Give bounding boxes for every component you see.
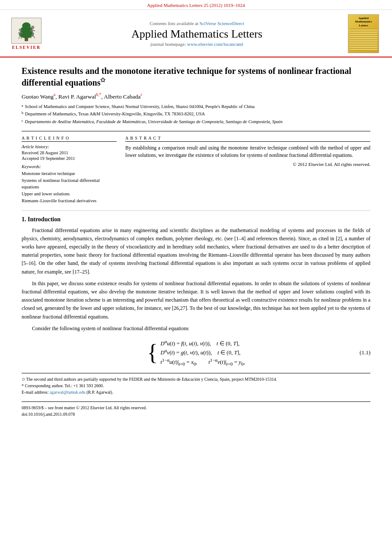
bottom-bar: 0893-9659/$ – see front matter © 2012 El… [22, 401, 370, 417]
journal-cover-thumbnail: AppliedMathematicsLetters [348, 14, 379, 53]
footnotes-area: ✩ The second and third authors are parti… [22, 373, 370, 395]
star-footnote: ✩ The second and third authors are parti… [22, 376, 370, 382]
keywords-list: Monotone iterative technique Systems of … [22, 170, 117, 204]
header-divider [22, 131, 370, 131]
equation-lines: Dαu(t) = f(t, u(t), v(t)), t ∈ (0, T], D… [160, 339, 245, 366]
email-label: E-mail address: [22, 390, 48, 395]
authors-line: Guotao Wanga, Ravi P. Agarwalb,*, Albert… [22, 92, 370, 100]
email-footnote: E-mail address: agarwal@tamuk.edu (R.P. … [22, 389, 370, 395]
section-title: Introduction [28, 216, 61, 223]
email-link[interactable]: agarwal@tamuk.edu [50, 390, 86, 395]
abstract-heading: A B S T R A C T [125, 136, 370, 142]
journal-header: ELSEVIER Contents lists available at Sci… [0, 10, 392, 57]
journal-homepage: journal homepage: www.elsevier.com/locat… [53, 41, 341, 47]
intro-paragraph-1: Fractional differential equations arise … [22, 226, 370, 276]
eq-line-1: Dαu(t) = f(t, u(t), v(t)), t ∈ (0, T], [160, 339, 245, 347]
section-divider [22, 210, 370, 211]
keywords-label: Keywords: [22, 164, 117, 169]
article-info-column: A R T I C L E I N F O Article history: R… [22, 136, 117, 204]
issn-line: 0893-9659/$ – see front matter © 2012 El… [22, 404, 370, 411]
contents-available: Contents lists available at SciVerse Sci… [53, 21, 341, 26]
keyword-4: Riemann–Liouville fractional derivatives [22, 197, 117, 204]
elsevier-tree-image [11, 18, 41, 44]
title-footnote-mark: ✩ [100, 77, 105, 83]
affiliations: a School of Mathematics and Computer Sci… [22, 103, 370, 126]
abstract-text: By establishing a comparison result and … [125, 144, 370, 159]
intro-paragraph-2: In this paper, we discuss some existence… [22, 280, 370, 321]
received-date: Received 28 August 2011 [22, 150, 117, 155]
affiliation-a: a School of Mathematics and Computer Sci… [22, 103, 370, 111]
equation-number: (1.1) [360, 349, 370, 356]
top-bar: Applied Mathematics Letters 25 (2012) 10… [0, 0, 392, 10]
corresponding-footnote: * Corresponding author. Tel.: +1 361 593… [22, 382, 370, 389]
journal-title: Applied Mathematics Letters [53, 28, 341, 41]
elsevier-logo: ELSEVIER [7, 18, 46, 50]
copyright-line: © 2012 Elsevier Ltd. All rights reserved… [125, 162, 370, 167]
article-info-abstract: A R T I C L E I N F O Article history: R… [22, 136, 370, 204]
eq-line-2: Dαv(t) = g(t, v(t), u(t)), t ∈ (0, T], [160, 348, 245, 356]
intro-paragraph-3-start: Consider the following system of nonline… [22, 325, 370, 333]
journal-reference: Applied Mathematics Letters 25 (2012) 10… [147, 3, 245, 8]
affiliation-c: c Departamento de Análise Matemática, Fa… [22, 118, 370, 126]
article-title: Existence results and the monotone itera… [22, 65, 370, 88]
elsevier-wordmark: ELSEVIER [12, 45, 41, 50]
keyword-1: Monotone iterative technique [22, 170, 117, 177]
sciverse-link[interactable]: SciVerse ScienceDirect [200, 21, 244, 26]
equation-1-1: { Dαu(t) = f(t, u(t), v(t)), t ∈ (0, T],… [22, 339, 370, 366]
svg-point-4 [22, 22, 30, 29]
introduction-section: 1. Introduction Fractional differential … [22, 216, 370, 366]
affiliation-b: b Department of Mathematics, Texas A&M U… [22, 111, 370, 118]
introduction-heading: 1. Introduction [22, 216, 370, 223]
accepted-date: Accepted 19 September 2011 [22, 156, 117, 161]
eq-line-3: t1−αu(t)|t=0 = x0, t1−αv(t)|t=0 = y0, [160, 357, 245, 366]
author-b-sup: b,* [96, 92, 101, 97]
section-number: 1. [22, 216, 26, 223]
svg-point-5 [31, 25, 35, 29]
cover-journal-name: AppliedMathematicsLetters [355, 16, 372, 27]
journal-title-block: Contents lists available at SciVerse Sci… [53, 21, 341, 47]
author-c-sup: c [140, 92, 142, 97]
article-info-heading: A R T I C L E I N F O [22, 136, 117, 142]
equation-system: { Dαu(t) = f(t, u(t), v(t)), t ∈ (0, T],… [147, 339, 245, 366]
keyword-2: Systems of nonlinear fractional differen… [22, 177, 117, 191]
abstract-column: A B S T R A C T By establishing a compar… [125, 136, 370, 204]
doi-line: doi:10.1016/j.aml.2011.09.078 [22, 411, 370, 417]
history-label: Article history: [22, 144, 117, 149]
svg-point-10 [19, 29, 22, 31]
homepage-url[interactable]: www.elsevier.com/locate/aml [187, 41, 243, 47]
main-content: Existence results and the monotone itera… [0, 57, 392, 426]
left-brace: { [147, 341, 158, 364]
keyword-3: Upper and lower solutions [22, 191, 117, 197]
